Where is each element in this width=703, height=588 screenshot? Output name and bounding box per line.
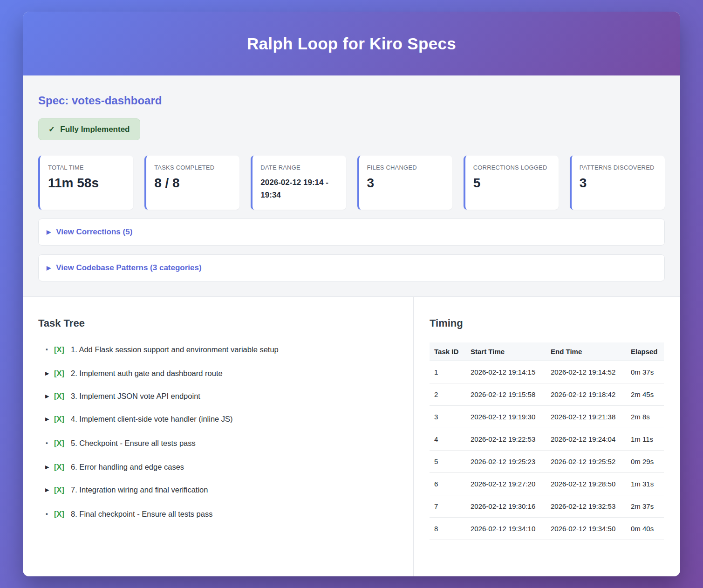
task-tree-item: · [X] 8. Final checkpoint - Ensure all t… <box>45 508 398 520</box>
table-row: 5 2026-02-12 19:25:23 2026-02-12 19:25:5… <box>430 451 664 473</box>
cell-start-time: 2026-02-12 19:15:58 <box>466 383 546 406</box>
task-checkbox: [X] <box>54 439 64 448</box>
task-checkbox: [X] <box>54 369 64 378</box>
task-label: 4. Implement client-side vote handler (i… <box>71 415 233 424</box>
view-codebase-patterns-toggle[interactable]: ▶ View Codebase Patterns (3 categories) <box>39 255 664 281</box>
task-checkbox: [X] <box>54 415 64 424</box>
check-icon: ✓ <box>48 124 55 134</box>
timing-header-row: Task ID Start Time End Time Elapsed <box>430 342 664 361</box>
cell-end-time: 2026-02-12 19:24:04 <box>546 428 626 451</box>
summary-section: Spec: votes-dashboard ✓ Fully Implemente… <box>23 75 680 297</box>
task-tree-item[interactable]: ▶ [X] 3. Implement JSON vote API endpoin… <box>45 392 398 401</box>
cell-end-time: 2026-02-12 19:32:53 <box>546 495 626 518</box>
table-row: 4 2026-02-12 19:22:53 2026-02-12 19:24:0… <box>430 428 664 451</box>
stat-label: TOTAL TIME <box>48 164 125 171</box>
cell-end-time: 2026-02-12 19:34:50 <box>546 518 626 540</box>
timing-heading: Timing <box>430 317 664 329</box>
col-header-start-time: Start Time <box>466 342 546 361</box>
stat-card-patterns-discovered: PATTERNS DISCOVERED 3 <box>570 156 665 210</box>
status-badge: ✓ Fully Implemented <box>38 118 140 140</box>
view-corrections-collapsible: ▶ View Corrections (5) <box>38 219 665 246</box>
task-tree-item[interactable]: ▶ [X] 4. Implement client-side vote hand… <box>45 415 398 424</box>
stat-value: 11m 58s <box>48 176 125 191</box>
task-tree-item[interactable]: ▶ [X] 7. Integration wiring and final ve… <box>45 485 398 494</box>
task-tree-heading: Task Tree <box>38 317 398 329</box>
tree-expand-icon[interactable]: ▶ <box>45 465 54 470</box>
table-row: 7 2026-02-12 19:30:16 2026-02-12 19:32:5… <box>430 495 664 518</box>
stat-card-total-time: TOTAL TIME 11m 58s <box>38 156 133 210</box>
view-codebase-patterns-label: View Codebase Patterns (3 categories) <box>56 263 201 273</box>
timing-panel: Timing Task ID Start Time End Time Elaps… <box>414 297 680 576</box>
timing-table: Task ID Start Time End Time Elapsed 1 20… <box>430 342 664 540</box>
view-corrections-toggle[interactable]: ▶ View Corrections (5) <box>39 219 664 245</box>
detail-section: Task Tree · [X] 1. Add Flask session sup… <box>23 297 680 576</box>
cell-start-time: 2026-02-12 19:34:10 <box>466 518 546 540</box>
status-badge-label: Fully Implemented <box>60 125 130 134</box>
cell-task-id: 1 <box>430 361 466 383</box>
cell-start-time: 2026-02-12 19:19:30 <box>466 406 546 428</box>
task-tree-item: · [X] 5. Checkpoint - Ensure all tests p… <box>45 438 398 449</box>
cell-end-time: 2026-02-12 19:18:42 <box>546 383 626 406</box>
task-checkbox: [X] <box>54 485 64 494</box>
stat-card-tasks-completed: TASKS COMPLETED 8 / 8 <box>144 156 239 210</box>
stat-label: DATE RANGE <box>260 164 338 171</box>
tree-expand-icon[interactable]: ▶ <box>45 394 54 399</box>
cell-task-id: 3 <box>430 406 466 428</box>
task-checkbox: [X] <box>54 392 64 401</box>
task-tree-panel: Task Tree · [X] 1. Add Flask session sup… <box>23 297 414 576</box>
cell-elapsed: 0m 29s <box>626 451 664 473</box>
cell-elapsed: 1m 31s <box>626 473 664 495</box>
table-row: 6 2026-02-12 19:27:20 2026-02-12 19:28:5… <box>430 473 664 495</box>
triangle-right-icon: ▶ <box>47 229 51 235</box>
cell-elapsed: 2m 8s <box>626 406 664 428</box>
cell-end-time: 2026-02-12 19:28:50 <box>546 473 626 495</box>
task-label: 1. Add Flask session support and environ… <box>71 345 279 354</box>
task-tree-item[interactable]: ▶ [X] 2. Implement auth gate and dashboa… <box>45 369 398 378</box>
tree-bullet-icon: · <box>45 438 54 449</box>
cell-elapsed: 0m 40s <box>626 518 664 540</box>
stat-label: FILES CHANGED <box>367 164 444 171</box>
cell-start-time: 2026-02-12 19:25:23 <box>466 451 546 473</box>
cell-end-time: 2026-02-12 19:25:52 <box>546 451 626 473</box>
stat-value: 5 <box>473 176 551 191</box>
cell-elapsed: 0m 37s <box>626 361 664 383</box>
app-header: Ralph Loop for Kiro Specs <box>23 12 680 75</box>
task-tree-item[interactable]: ▶ [X] 6. Error handling and edge cases <box>45 463 398 472</box>
task-label: 5. Checkpoint - Ensure all tests pass <box>71 439 196 448</box>
cell-start-time: 2026-02-12 19:27:20 <box>466 473 546 495</box>
tree-expand-icon[interactable]: ▶ <box>45 417 54 422</box>
cell-elapsed: 2m 45s <box>626 383 664 406</box>
cell-task-id: 5 <box>430 451 466 473</box>
task-label: 8. Final checkpoint - Ensure all tests p… <box>71 510 212 519</box>
stat-value: 3 <box>580 176 657 191</box>
task-label: 7. Integration wiring and final verifica… <box>71 485 208 494</box>
stat-label: CORRECTIONS LOGGED <box>473 164 551 171</box>
cell-task-id: 8 <box>430 518 466 540</box>
col-header-task-id: Task ID <box>430 342 466 361</box>
stat-label: PATTERNS DISCOVERED <box>580 164 657 171</box>
task-label: 2. Implement auth gate and dashboard rou… <box>71 369 223 378</box>
view-corrections-label: View Corrections (5) <box>56 227 132 237</box>
tree-expand-icon[interactable]: ▶ <box>45 371 54 376</box>
task-tree-item: · [X] 1. Add Flask session support and e… <box>45 344 398 355</box>
table-row: 1 2026-02-12 19:14:15 2026-02-12 19:14:5… <box>430 361 664 383</box>
task-checkbox: [X] <box>54 510 64 519</box>
task-label: 3. Implement JSON vote API endpoint <box>71 392 200 401</box>
tree-expand-icon[interactable]: ▶ <box>45 487 54 492</box>
task-checkbox: [X] <box>54 345 64 354</box>
stat-value: 2026-02-12 19:14 - 19:34 <box>260 176 338 201</box>
cell-elapsed: 2m 37s <box>626 495 664 518</box>
task-list: · [X] 1. Add Flask session support and e… <box>38 344 398 520</box>
table-row: 2 2026-02-12 19:15:58 2026-02-12 19:18:4… <box>430 383 664 406</box>
cell-start-time: 2026-02-12 19:22:53 <box>466 428 546 451</box>
stat-card-files-changed: FILES CHANGED 3 <box>357 156 452 210</box>
cell-task-id: 2 <box>430 383 466 406</box>
table-row: 8 2026-02-12 19:34:10 2026-02-12 19:34:5… <box>430 518 664 540</box>
stats-grid: TOTAL TIME 11m 58s TASKS COMPLETED 8 / 8… <box>38 156 665 210</box>
task-label: 6. Error handling and edge cases <box>71 463 184 472</box>
cell-task-id: 4 <box>430 428 466 451</box>
cell-task-id: 6 <box>430 473 466 495</box>
cell-elapsed: 1m 11s <box>626 428 664 451</box>
triangle-right-icon: ▶ <box>47 265 51 271</box>
stat-label: TASKS COMPLETED <box>154 164 232 171</box>
